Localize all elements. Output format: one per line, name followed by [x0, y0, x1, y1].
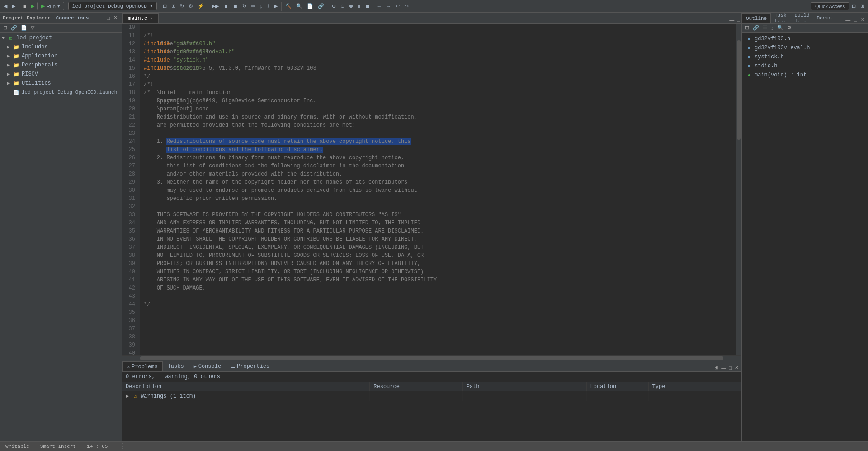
- tasks-tab[interactable]: Tasks: [163, 361, 189, 371]
- run-button[interactable]: ▶ Run ▾: [37, 2, 64, 10]
- outline-close-btn[interactable]: ✕: [859, 16, 866, 23]
- toolbar-icon-6[interactable]: ▶▶: [210, 2, 221, 10]
- toolbar-icon-1[interactable]: ⊡: [161, 2, 169, 10]
- editor-scrollbar-thumb[interactable]: [737, 40, 741, 140]
- toolbar-icon-22[interactable]: ≣: [363, 2, 371, 10]
- outline-link-btn[interactable]: 🔗: [751, 24, 760, 31]
- toolbar-icon-15[interactable]: 🔍: [294, 2, 304, 10]
- tree-item-riscv[interactable]: ▶ 📁 RISCV: [0, 70, 122, 79]
- toolbar-icon-11[interactable]: ⤵: [258, 3, 264, 10]
- toolbar-icon-2[interactable]: ⊞: [170, 2, 177, 10]
- bottom-close-btn[interactable]: ✕: [734, 364, 740, 371]
- bottom-minimize-btn[interactable]: —: [720, 364, 727, 371]
- document-tab[interactable]: Docum...: [813, 13, 844, 23]
- toolbar-icon-3[interactable]: ↻: [178, 2, 186, 10]
- outline-item-stdio[interactable]: ■ stdio.h: [742, 62, 868, 71]
- outline-item-gd32vf103v-eval[interactable]: ■ gd32vf103v_eval.h: [742, 43, 868, 52]
- outline-sort-btn[interactable]: ↕: [769, 25, 775, 31]
- back-btn[interactable]: ◀: [2, 2, 9, 10]
- new-file-btn[interactable]: 📄: [19, 24, 28, 31]
- code-content[interactable]: 10 11 12 13 14 15 16 17 18 19 20 21 22 2…: [122, 24, 741, 355]
- expand-arrow[interactable]: ▶: [126, 393, 129, 399]
- problems-tab[interactable]: ⚠ Problems: [122, 361, 163, 371]
- toolbar-icon-24[interactable]: →: [385, 3, 393, 10]
- table-row[interactable]: ▶ ⚠ Warnings (1 item): [122, 391, 741, 401]
- toolbar-icon-5[interactable]: ⚡: [196, 2, 206, 10]
- outline-hide-fields-btn[interactable]: 🔍: [776, 24, 785, 31]
- outline-tab[interactable]: Outline: [742, 13, 771, 23]
- quick-access-btn[interactable]: Quick Access: [811, 2, 849, 10]
- filter-btn[interactable]: ▽: [29, 24, 36, 31]
- toolbar-icon-8[interactable]: ⏹: [231, 3, 240, 10]
- code-lines-container[interactable]: /*! \file main.c \brief running led \ver…: [140, 24, 736, 355]
- toolbar-icon-26[interactable]: ↪: [403, 2, 410, 10]
- outline-label-systick: systick.h: [755, 54, 784, 60]
- tree-item-led-project[interactable]: ▼ ⊞ led_project: [0, 33, 122, 43]
- bottom-filter-btn[interactable]: ⊞: [713, 364, 719, 371]
- outline-collapse-btn[interactable]: ⊟: [744, 24, 750, 31]
- toolbar-icon-10[interactable]: ⇨: [249, 2, 257, 10]
- toolbar-icon-20[interactable]: ⊗: [347, 2, 355, 10]
- toolbar-icon-25[interactable]: ↩: [394, 2, 402, 10]
- line-num-24: 24: [122, 138, 137, 146]
- outline-item-main[interactable]: ● main(void) : int: [742, 71, 868, 80]
- tree-item-application[interactable]: ▶ 📁 Application: [0, 52, 122, 61]
- close-panel-btn[interactable]: ✕: [112, 14, 119, 21]
- toolbar-icon-19[interactable]: ⊖: [339, 2, 346, 10]
- outline-header-icon-3: ■: [745, 55, 753, 60]
- line-num-10: 10: [122, 24, 137, 32]
- link-editor-btn[interactable]: 🔗: [9, 24, 19, 31]
- warning-description-cell[interactable]: ▶ ⚠ Warnings (1 item): [122, 391, 370, 401]
- toolbar-icon-14[interactable]: 🔨: [283, 2, 293, 10]
- bottom-tabs: ⚠ Problems Tasks ▶ Console ☰ Properties …: [122, 361, 741, 372]
- tree-item-launch-file[interactable]: ▶ 📄 led_project_Debug_OpenOCD.launch: [0, 88, 122, 97]
- editor-scrollbar[interactable]: [736, 24, 741, 355]
- stop-btn[interactable]: ■: [21, 3, 28, 10]
- toolbar-icon-23[interactable]: ←: [375, 3, 384, 10]
- horizontal-scrollbar-thumb[interactable]: [140, 356, 723, 360]
- line-num-18: 18: [122, 89, 137, 97]
- editor-tab-main-c[interactable]: main.c ✕: [122, 13, 159, 23]
- toolbar-icon-4[interactable]: ⚙: [187, 2, 195, 10]
- file-icon-launch: 📄: [13, 89, 20, 96]
- collapse-all-btn[interactable]: ⊟: [2, 24, 9, 31]
- properties-tab[interactable]: ☰ Properties: [226, 361, 274, 371]
- maximize-panel-btn[interactable]: □: [105, 14, 111, 21]
- editor-minimize-btn[interactable]: —: [728, 17, 736, 23]
- toolbar-icon-27[interactable]: ⊡: [850, 2, 858, 10]
- main-content-area: main.c ✕ — □ 10 11 12 13 14 15: [122, 13, 741, 451]
- toolbar-icon-12[interactable]: ⤴: [265, 3, 271, 10]
- toolbar-icon-7[interactable]: ⏸: [222, 3, 230, 10]
- toolbar-icon-21[interactable]: ≡: [356, 3, 362, 10]
- outline-filter-btn[interactable]: ☰: [761, 24, 769, 31]
- toolbar-icon-28[interactable]: ⊞: [859, 2, 866, 10]
- editor-maximize-btn[interactable]: □: [736, 17, 741, 23]
- line-num-23: 23: [122, 129, 137, 138]
- outline-maximize-btn[interactable]: □: [853, 17, 859, 23]
- console-tab[interactable]: ▶ Console: [189, 361, 226, 371]
- connections-tab[interactable]: Connections: [52, 13, 93, 23]
- tree-item-includes[interactable]: ▶ 📁 Includes: [0, 43, 122, 52]
- toolbar-icon-17[interactable]: 🔗: [316, 2, 326, 10]
- toolbar-icon-16[interactable]: 📄: [305, 2, 315, 10]
- toolbar-icon-18[interactable]: ⊕: [330, 2, 338, 10]
- build-tab[interactable]: Build T...: [791, 13, 813, 23]
- forward-btn[interactable]: ▶: [10, 2, 17, 10]
- horizontal-scrollbar-area[interactable]: [122, 355, 741, 361]
- toolbar-icon-13[interactable]: ▶: [272, 2, 279, 10]
- tree-item-peripherals[interactable]: ▶ 📁 Peripherals: [0, 61, 122, 70]
- tree-item-utilities[interactable]: ▶ 📁 Utilities: [0, 79, 122, 88]
- run-config-btn[interactable]: ▶: [29, 2, 36, 10]
- outline-minimize-btn[interactable]: —: [844, 17, 852, 23]
- toolbar-icon-9[interactable]: ↻: [241, 2, 248, 10]
- status-insert-mode[interactable]: Smart Insert: [38, 444, 78, 449]
- bottom-maximize-btn[interactable]: □: [728, 364, 733, 371]
- tasklist-tab[interactable]: Task L...: [771, 13, 791, 23]
- outline-settings-btn[interactable]: ⚙: [786, 24, 793, 31]
- status-writable[interactable]: Writable: [4, 444, 31, 449]
- line-num-19: 19: [122, 97, 137, 105]
- collapse-panel-btn[interactable]: —: [97, 14, 104, 21]
- line-num-22: 22: [122, 121, 137, 129]
- outline-item-gd32vf103[interactable]: ■ gd32vf103.h: [742, 34, 868, 43]
- outline-item-systick[interactable]: ■ systick.h: [742, 52, 868, 62]
